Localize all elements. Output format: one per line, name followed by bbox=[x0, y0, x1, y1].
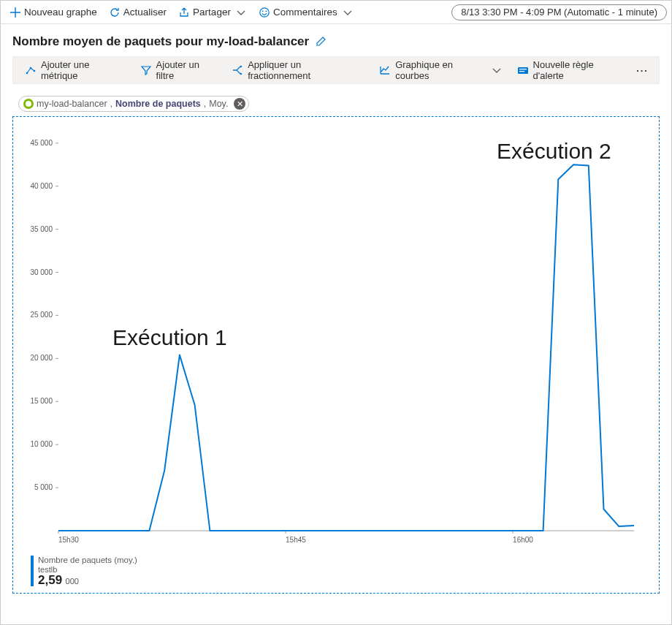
metrics-explorer-app: Nouveau graphe Actualiser Partager Comme… bbox=[0, 0, 672, 625]
svg-text:45 000: 45 000 bbox=[30, 139, 53, 147]
refresh-label: Actualiser bbox=[123, 7, 167, 18]
svg-text:16h00: 16h00 bbox=[513, 536, 533, 544]
add-metric-label: Ajouter une métrique bbox=[41, 59, 126, 81]
resource-icon bbox=[23, 99, 34, 109]
svg-text:20 000: 20 000 bbox=[30, 354, 53, 362]
pill-aggregation: Moy. bbox=[209, 99, 228, 109]
feedback-label: Commentaires bbox=[273, 7, 337, 18]
chart-area[interactable]: 5 00010 00015 00020 00025 00030 00035 00… bbox=[13, 117, 659, 556]
chart-type-dropdown[interactable]: Graphique en courbes bbox=[373, 56, 508, 84]
split-icon bbox=[232, 64, 243, 76]
apply-splitting-button[interactable]: Appliquer un fractionnement bbox=[226, 56, 367, 84]
pill-metric: Nombre de paquets bbox=[115, 99, 201, 109]
add-metric-button[interactable]: Ajouter une métrique bbox=[19, 56, 131, 84]
chart-title-row: Nombre moyen de paquets pour my-load-bal… bbox=[1, 24, 671, 56]
new-alert-rule-button[interactable]: Nouvelle règle d'alerte bbox=[511, 56, 630, 84]
alert-icon bbox=[517, 64, 529, 76]
svg-text:40 000: 40 000 bbox=[30, 182, 53, 190]
chart-panel: 5 00010 00015 00020 00025 00030 00035 00… bbox=[12, 116, 660, 594]
metric-pill[interactable]: my-load-balancer, Nombre de paquets, Moy… bbox=[18, 96, 249, 112]
svg-text:10 000: 10 000 bbox=[30, 440, 53, 448]
add-filter-label: Ajouter un filtre bbox=[156, 59, 218, 81]
share-button[interactable]: Partager bbox=[174, 4, 251, 20]
new-chart-button[interactable]: Nouveau graphe bbox=[5, 4, 102, 20]
feedback-button[interactable]: Commentaires bbox=[254, 4, 358, 20]
line-chart-icon bbox=[379, 64, 391, 76]
svg-text:30 000: 30 000 bbox=[30, 268, 53, 276]
svg-text:25 000: 25 000 bbox=[30, 311, 53, 319]
chevron-down-icon bbox=[491, 64, 503, 76]
share-icon bbox=[178, 7, 190, 18]
legend-metric-name: Nombre de paquets (moy.) bbox=[38, 556, 137, 565]
legend-value: 2,59 bbox=[38, 573, 62, 587]
svg-point-1 bbox=[262, 10, 264, 12]
svg-rect-8 bbox=[518, 67, 528, 74]
time-range-picker[interactable]: 8/13 3:30 PM - 4:09 PM (Automatic - 1 mi… bbox=[451, 4, 667, 20]
metric-pill-row: my-load-balancer, Nombre de paquets, Moy… bbox=[1, 84, 671, 116]
command-bar: Nouveau graphe Actualiser Partager Comme… bbox=[1, 1, 671, 24]
svg-text:15h30: 15h30 bbox=[58, 536, 79, 544]
edit-icon[interactable] bbox=[315, 36, 327, 48]
smile-icon bbox=[259, 7, 270, 18]
chart-toolbar: Ajouter une métrique Ajouter un filtre A… bbox=[12, 56, 660, 84]
line-chart-svg: 5 00010 00015 00020 00025 00030 00035 00… bbox=[13, 117, 649, 553]
svg-point-6 bbox=[240, 66, 242, 67]
new-chart-label: Nouveau graphe bbox=[24, 7, 97, 18]
time-range-label: 8/13 3:30 PM - 4:09 PM (Automatic - 1 mi… bbox=[461, 7, 657, 18]
svg-point-7 bbox=[240, 73, 242, 75]
add-metric-icon bbox=[25, 64, 37, 76]
chart-title: Nombre moyen de paquets pour my-load-bal… bbox=[12, 34, 309, 49]
chevron-down-icon bbox=[235, 7, 247, 18]
apply-splitting-label: Appliquer un fractionnement bbox=[248, 59, 362, 81]
svg-point-0 bbox=[260, 7, 269, 16]
chart-legend[interactable]: Nombre de paquets (moy.) testlb 2,59 000 bbox=[13, 556, 659, 593]
chart-type-label: Graphique en courbes bbox=[395, 59, 484, 81]
new-alert-label: Nouvelle règle d'alerte bbox=[533, 59, 624, 81]
chevron-down-icon bbox=[342, 7, 354, 18]
svg-text:35 000: 35 000 bbox=[30, 225, 53, 233]
filter-icon bbox=[140, 64, 152, 76]
remove-metric-button[interactable]: ✕ bbox=[234, 98, 245, 110]
legend-unit: 000 bbox=[66, 577, 79, 586]
more-actions-button[interactable]: ··· bbox=[632, 65, 653, 76]
svg-rect-10 bbox=[519, 71, 524, 72]
svg-text:15h45: 15h45 bbox=[286, 536, 306, 544]
svg-point-2 bbox=[265, 10, 267, 12]
svg-rect-9 bbox=[519, 69, 527, 69]
legend-color-bar bbox=[31, 556, 34, 586]
add-filter-button[interactable]: Ajouter un filtre bbox=[134, 56, 224, 84]
refresh-icon bbox=[109, 7, 121, 18]
svg-text:5 000: 5 000 bbox=[34, 483, 53, 491]
pill-resource: my-load-balancer bbox=[37, 99, 107, 109]
refresh-button[interactable]: Actualiser bbox=[104, 4, 171, 20]
share-label: Partager bbox=[193, 7, 231, 18]
plus-icon bbox=[9, 7, 21, 18]
svg-text:15 000: 15 000 bbox=[30, 397, 53, 405]
legend-text: Nombre de paquets (moy.) testlb 2,59 000 bbox=[38, 556, 137, 587]
